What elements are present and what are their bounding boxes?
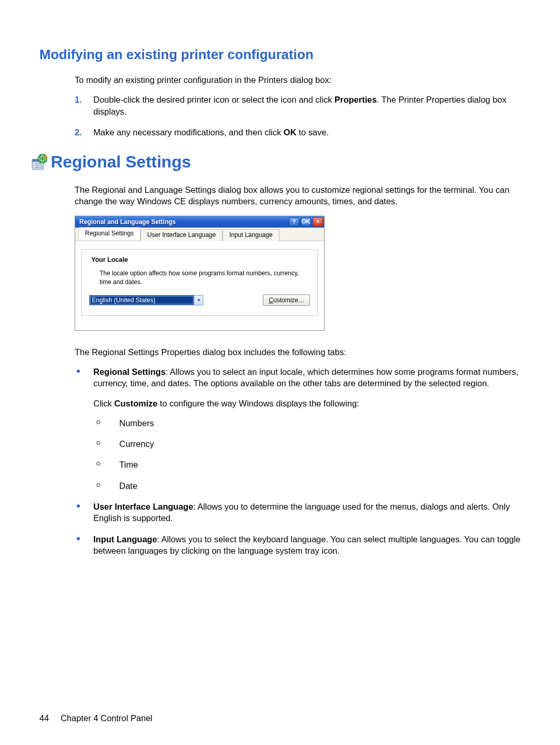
sub-time: Time [93, 459, 521, 470]
bullet-input-language: Input Language: Allows you to select the… [75, 533, 521, 557]
tab-user-interface-language[interactable]: User Interface Language [141, 229, 222, 241]
regional-dialog: Regional and Language Settings ? OK × Re… [75, 216, 325, 331]
heading-regional-settings: Regional Settings [51, 152, 191, 172]
heading-modifying: Modifying an existing printer configurat… [39, 47, 521, 63]
intro-text: To modify an existing printer configurat… [75, 74, 521, 86]
step-text: Make any necessary modifications, and th… [93, 128, 284, 137]
customize-bold: Customize [114, 399, 157, 408]
close-button[interactable]: × [313, 217, 323, 227]
fieldset-legend: Your Locale [89, 256, 130, 264]
locale-combo[interactable]: English (United States) ▾ [89, 295, 203, 305]
steps-list: 1. Double-click the desired printer icon… [75, 94, 521, 138]
bullet-label: Regional Settings [93, 367, 165, 376]
customize-text: Click [93, 399, 114, 408]
tab-input-language[interactable]: Input Language [222, 229, 279, 241]
chapter-label: Chapter 4 Control Panel [61, 713, 152, 723]
page-number: 44 [39, 713, 49, 723]
sub-date: Date [93, 480, 521, 491]
dialog-titlebar: Regional and Language Settings ? OK × [75, 216, 324, 228]
page-footer: 44 Chapter 4 Control Panel [39, 713, 152, 723]
customize-text: to configure the way Windows displays th… [158, 399, 359, 408]
tabs-list: Regional Settings: Allows you to select … [75, 366, 521, 556]
step-text: to save. [297, 128, 329, 137]
bullet-user-interface-language: User Interface Language: Allows you to d… [75, 501, 521, 524]
help-button[interactable]: ? [289, 217, 299, 227]
step-1: 1. Double-click the desired printer icon… [75, 94, 521, 117]
globe-calendar-icon [30, 153, 49, 172]
step-2: 2. Make any necessary modifications, and… [75, 126, 521, 138]
dialog-tabstrip: Regional Settings User Interface Languag… [75, 228, 324, 241]
sub-currency: Currency [93, 438, 521, 449]
chevron-down-icon[interactable]: ▾ [194, 296, 203, 305]
ok-button[interactable]: OK [301, 217, 311, 227]
regional-intro: The Regional and Language Settings dialo… [75, 184, 521, 207]
locale-selected-value: English (United States) [90, 296, 194, 305]
step-bold: Properties [334, 95, 377, 104]
bullet-text: : Allows you to select the keyboard lang… [93, 535, 521, 555]
sub-numbers: Numbers [93, 417, 521, 429]
tab-regional-settings[interactable]: Regional Settings [78, 227, 141, 241]
bullet-label: Input Language [93, 535, 157, 544]
customize-sublist: Numbers Currency Time Date [93, 417, 521, 491]
customize-button[interactable]: Customize… [263, 294, 310, 306]
locale-description: The locale option affects how some progr… [100, 269, 309, 286]
step-text: Double-click the desired printer icon or… [93, 95, 334, 104]
bullet-regional-settings: Regional Settings: Allows you to select … [75, 366, 521, 491]
dialog-tab-body: Your Locale The locale option affects ho… [75, 241, 324, 330]
step-bold: OK [284, 128, 297, 137]
dialog-title: Regional and Language Settings [79, 218, 287, 226]
your-locale-fieldset: Your Locale The locale option affects ho… [81, 249, 318, 316]
tabs-intro: The Regional Settings Properties dialog … [75, 346, 521, 358]
step-number: 1. [75, 94, 82, 105]
step-number: 2. [75, 126, 82, 138]
bullet-label: User Interface Language [93, 502, 193, 511]
